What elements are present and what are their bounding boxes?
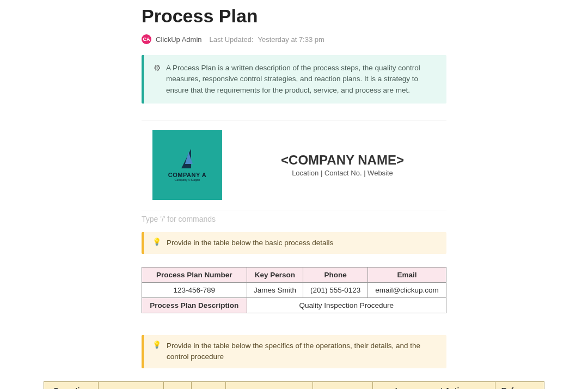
divider [142,120,446,120]
col-phone: Phone [303,268,368,283]
intro-callout: ⚙ A Process Plan is a written descriptio… [142,55,446,104]
basic-details-note: 💡 Provide in the table below the basic p… [142,232,446,254]
col-output: Output [192,381,226,389]
page-title: Process Plan [142,5,446,27]
operations-note-text: Provide in the table below the specifics… [167,341,438,363]
lightbulb-icon: 💡 [152,238,161,246]
col-plan-number: Process Plan Number [142,268,247,283]
col-description: Description [98,381,163,389]
intro-callout-text: A Process Plan is a written description … [166,63,437,96]
cell-email[interactable]: email@clickup.com [367,283,446,298]
col-methods: Methods [226,381,313,389]
author-avatar[interactable]: CA [142,34,151,44]
col-email: Email [367,268,446,283]
updated-time: Yesterday at 7:33 pm [258,35,324,44]
author-name[interactable]: ClickUp Admin [156,35,202,44]
cell-key-person[interactable]: James Smith [247,283,303,298]
col-key-person: Key Person [247,268,303,283]
operations-note: 💡 Provide in the table below the specifi… [142,335,446,368]
cell-phone[interactable]: (201) 555-0123 [303,283,368,298]
updated-label: Last Updated: [210,35,254,44]
doc-meta: CA ClickUp Admin Last Updated: Yesterday… [142,34,446,44]
col-op-no: Operation No. [44,381,99,389]
process-details-table: Process Plan Number Key Person Phone Ema… [142,267,446,313]
slash-input[interactable] [142,215,446,223]
col-input: Input [163,381,191,389]
gear-icon: ⚙ [154,63,161,96]
logo-name: COMPANY A [168,172,206,178]
col-improvement: Improvement Actions (When criteria are n… [373,381,495,389]
col-reference: Reference SOP No. [495,381,544,389]
logo-slogan: Company A Slogan [175,178,200,181]
label-plan-description: Process Plan Description [142,298,247,313]
company-subline[interactable]: Location | Contact No. | Website [238,169,446,177]
slash-command-row[interactable] [142,210,446,228]
company-logo: COMPANY A Company A Slogan [152,130,222,200]
company-row: COMPANY A Company A Slogan <COMPANY NAME… [142,130,446,200]
col-improvement-label: Improvement Actions [395,386,473,390]
cell-plan-description[interactable]: Quality Inspection Procedure [247,298,446,313]
col-criteria: Criteria [313,381,373,389]
company-name-placeholder[interactable]: <COMPANY NAME> [238,153,446,168]
logo-mark-icon [181,149,193,168]
cell-plan-number[interactable]: 123-456-789 [142,283,247,298]
basic-details-note-text: Provide in the table below the basic pro… [167,238,333,248]
lightbulb-icon: 💡 [152,341,161,349]
operations-table: Operation No. Description Input Output M… [44,381,544,390]
